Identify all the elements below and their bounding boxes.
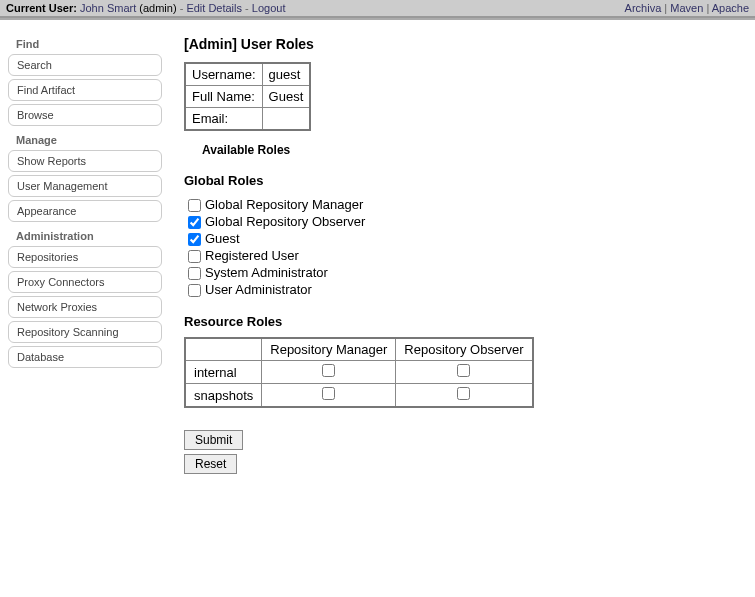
sidebar-item-appearance[interactable]: Appearance: [8, 200, 162, 222]
current-user-role: (admin): [139, 2, 176, 14]
resource-cell: [396, 361, 533, 384]
global-role-label: Guest: [205, 231, 240, 246]
table-row: Username: guest: [185, 63, 310, 86]
sidebar-item-browse[interactable]: Browse: [8, 104, 162, 126]
global-role-label: Global Repository Manager: [205, 197, 363, 212]
global-role-row: Global Repository Manager: [188, 196, 741, 213]
table-row: internal: [185, 361, 533, 384]
global-role-checkbox[interactable]: [188, 216, 201, 229]
resource-role-checkbox[interactable]: [457, 364, 470, 377]
resource-col-observer: Repository Observer: [396, 338, 533, 361]
global-role-label: System Administrator: [205, 265, 328, 280]
current-user-label: Current User:: [6, 2, 77, 14]
global-role-label: Global Repository Observer: [205, 214, 365, 229]
global-role-checkbox[interactable]: [188, 284, 201, 297]
global-role-checkbox[interactable]: [188, 199, 201, 212]
reset-button[interactable]: Reset: [184, 454, 237, 474]
sidebar-item-show-reports[interactable]: Show Reports: [8, 150, 162, 172]
submit-button[interactable]: Submit: [184, 430, 243, 450]
table-row: Full Name: Guest: [185, 86, 310, 108]
current-user-link[interactable]: John Smart: [80, 2, 136, 14]
resource-cell: [262, 384, 396, 408]
user-info-table: Username: guest Full Name: Guest Email:: [184, 62, 311, 131]
global-role-checkbox[interactable]: [188, 233, 201, 246]
global-roles-heading: Global Roles: [184, 173, 741, 188]
resource-col-blank: [185, 338, 262, 361]
username-label: Username:: [185, 63, 262, 86]
resource-row-name: internal: [185, 361, 262, 384]
sidebar-item-user-management[interactable]: User Management: [8, 175, 162, 197]
global-role-row: Registered User: [188, 247, 741, 264]
logout-link[interactable]: Logout: [252, 2, 286, 14]
resource-roles-table: Repository Manager Repository Observer i…: [184, 337, 534, 408]
link-maven[interactable]: Maven: [670, 2, 703, 14]
global-roles-list: Global Repository ManagerGlobal Reposito…: [188, 196, 741, 298]
global-role-row: System Administrator: [188, 264, 741, 281]
available-roles-heading: Available Roles: [202, 143, 741, 157]
global-role-row: User Administrator: [188, 281, 741, 298]
global-role-checkbox[interactable]: [188, 267, 201, 280]
global-role-row: Guest: [188, 230, 741, 247]
edit-details-link[interactable]: Edit Details: [186, 2, 242, 14]
global-role-checkbox[interactable]: [188, 250, 201, 263]
global-role-label: Registered User: [205, 248, 299, 263]
topbar: Current User: John Smart (admin) - Edit …: [0, 0, 755, 18]
sidebar-item-repository-scanning[interactable]: Repository Scanning: [8, 321, 162, 343]
email-label: Email:: [185, 108, 262, 131]
global-role-label: User Administrator: [205, 282, 312, 297]
sidebar-item-database[interactable]: Database: [8, 346, 162, 368]
sidebar-item-search[interactable]: Search: [8, 54, 162, 76]
resource-row-name: snapshots: [185, 384, 262, 408]
resource-role-checkbox[interactable]: [457, 387, 470, 400]
resource-role-checkbox[interactable]: [322, 364, 335, 377]
resource-col-manager: Repository Manager: [262, 338, 396, 361]
email-value: [262, 108, 310, 131]
sidebar-heading-manage: Manage: [16, 134, 162, 146]
resource-cell: [396, 384, 533, 408]
sidebar-item-find-artifact[interactable]: Find Artifact: [8, 79, 162, 101]
sidebar-item-proxy-connectors[interactable]: Proxy Connectors: [8, 271, 162, 293]
sidebar: Find Search Find Artifact Browse Manage …: [0, 20, 170, 488]
resource-tbody: internalsnapshots: [185, 361, 533, 408]
resource-role-checkbox[interactable]: [322, 387, 335, 400]
resource-cell: [262, 361, 396, 384]
link-apache[interactable]: Apache: [712, 2, 749, 14]
link-archiva[interactable]: Archiva: [625, 2, 662, 14]
main-content: [Admin] User Roles Username: guest Full …: [170, 20, 755, 488]
topbar-right: Archiva | Maven | Apache: [625, 2, 749, 14]
topbar-left: Current User: John Smart (admin) - Edit …: [6, 2, 285, 14]
fullname-value: Guest: [262, 86, 310, 108]
sidebar-item-repositories[interactable]: Repositories: [8, 246, 162, 268]
fullname-label: Full Name:: [185, 86, 262, 108]
table-row: Email:: [185, 108, 310, 131]
resource-roles-heading: Resource Roles: [184, 314, 741, 329]
sidebar-item-network-proxies[interactable]: Network Proxies: [8, 296, 162, 318]
table-row: snapshots: [185, 384, 533, 408]
username-value: guest: [262, 63, 310, 86]
page-title: [Admin] User Roles: [184, 36, 741, 52]
global-role-row: Global Repository Observer: [188, 213, 741, 230]
sidebar-heading-administration: Administration: [16, 230, 162, 242]
sidebar-heading-find: Find: [16, 38, 162, 50]
